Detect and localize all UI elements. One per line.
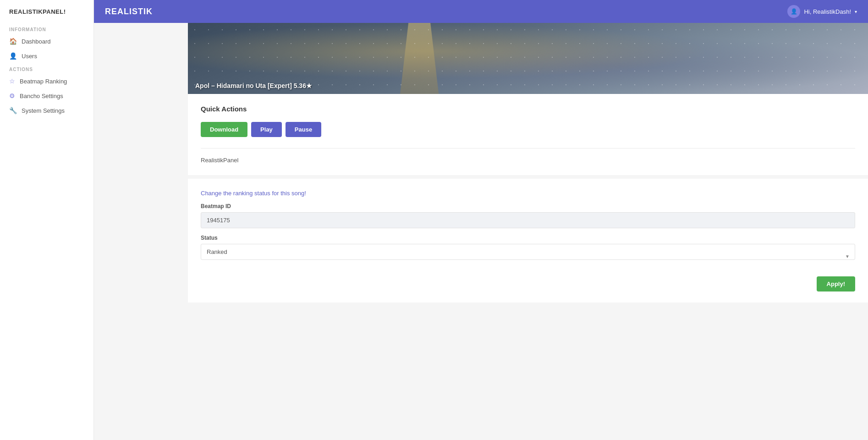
star-icon: ☆ bbox=[9, 77, 15, 85]
settings-icon: 🔧 bbox=[9, 107, 17, 114]
section-divider bbox=[201, 148, 855, 148]
avatar: 👤 bbox=[787, 5, 800, 18]
download-button[interactable]: Download bbox=[201, 122, 247, 137]
gear-icon: ⚙ bbox=[9, 92, 15, 99]
sidebar-item-system-settings[interactable]: 🔧 System Settings bbox=[0, 103, 93, 118]
avatar-icon: 👤 bbox=[791, 8, 797, 15]
status-select[interactable]: Ranked Loved Approved Qualified Unranked bbox=[201, 244, 855, 260]
main-content: Apol – Hidamari no Uta [Expert] 5.36★ Qu… bbox=[188, 23, 868, 440]
navbar-user[interactable]: 👤 Hi, RealistikDash! ▾ bbox=[787, 5, 857, 18]
sidebar-item-system-settings-label: System Settings bbox=[22, 107, 65, 114]
home-icon: 🏠 bbox=[9, 38, 17, 45]
apply-button[interactable]: Apply! bbox=[817, 276, 855, 292]
beatmap-id-input[interactable] bbox=[201, 212, 855, 228]
beatmap-id-label: Beatmap ID bbox=[201, 203, 855, 209]
banner: Apol – Hidamari no Uta [Expert] 5.36★ bbox=[188, 23, 868, 94]
status-select-wrapper: Ranked Loved Approved Qualified Unranked bbox=[201, 244, 855, 268]
play-button[interactable]: Play bbox=[251, 122, 282, 137]
ranking-description: Change the ranking status for this song! bbox=[201, 190, 855, 197]
sidebar-item-bancho-settings-label: Bancho Settings bbox=[20, 93, 63, 99]
chevron-down-icon: ▾ bbox=[855, 9, 857, 14]
sidebar-item-dashboard[interactable]: 🏠 Dashboard bbox=[0, 34, 93, 49]
sidebar-item-bancho-settings[interactable]: ⚙ Bancho Settings bbox=[0, 88, 93, 103]
ranking-section: Change the ranking status for this song!… bbox=[188, 179, 868, 302]
apply-row: Apply! bbox=[201, 276, 855, 292]
navbar: REALISTIK 👤 Hi, RealistikDash! ▾ bbox=[94, 0, 868, 23]
sidebar: REALISTIKPANEL! INFORMATION 🏠 Dashboard … bbox=[0, 0, 94, 440]
quick-actions-title: Quick Actions bbox=[201, 105, 855, 113]
status-label: Status bbox=[201, 235, 855, 241]
pause-button[interactable]: Pause bbox=[286, 122, 321, 137]
sidebar-item-beatmap-ranking-label: Beatmap Ranking bbox=[20, 78, 67, 85]
sidebar-section-actions: ACTIONS bbox=[0, 63, 93, 74]
requester-label: RealistikPanel bbox=[201, 157, 238, 164]
sidebar-brand: REALISTIKPANEL! bbox=[0, 8, 93, 23]
actions-row: Download Play Pause bbox=[201, 122, 855, 137]
sidebar-item-users-label: Users bbox=[22, 53, 37, 60]
sidebar-item-dashboard-label: Dashboard bbox=[22, 38, 51, 45]
users-icon: 👤 bbox=[9, 52, 17, 60]
navbar-brand: REALISTIK bbox=[105, 7, 153, 16]
navbar-greeting: Hi, RealistikDash! bbox=[804, 8, 851, 15]
banner-title: Apol – Hidamari no Uta [Expert] 5.36★ bbox=[188, 77, 319, 94]
sidebar-section-information: INFORMATION bbox=[0, 23, 93, 34]
sidebar-item-users[interactable]: 👤 Users bbox=[0, 49, 93, 63]
sidebar-item-beatmap-ranking[interactable]: ☆ Beatmap Ranking bbox=[0, 74, 93, 88]
quick-actions-section: Quick Actions Download Play Pause Realis… bbox=[188, 94, 868, 175]
